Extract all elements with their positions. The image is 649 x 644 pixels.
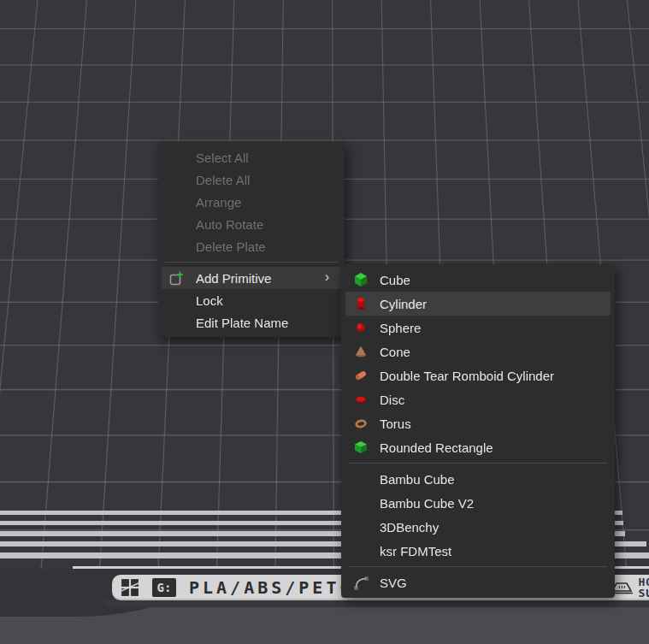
- double-tear-romboid-cylinder-icon: [352, 367, 369, 384]
- menu-separator: [165, 262, 338, 263]
- submenu-item-cube[interactable]: Cube: [341, 268, 615, 292]
- viewport-3d[interactable]: G: PLA/ABS/PETG HOT SU Select All Delete…: [0, 0, 649, 644]
- menu-item-delete-plate[interactable]: Delete Plate: [158, 235, 345, 257]
- menu-item-lock[interactable]: Lock: [158, 289, 345, 311]
- submenu-separator: [349, 566, 607, 567]
- torus-icon: [352, 415, 369, 432]
- svg-text:G:: G:: [157, 581, 172, 594]
- svg-curve-icon: [352, 574, 369, 591]
- chevron-right-icon: ›: [325, 269, 329, 285]
- menu-item-delete-all[interactable]: Delete All: [158, 168, 345, 191]
- plate-badge-icon: G:: [151, 577, 177, 598]
- sphere-icon: [352, 319, 369, 336]
- submenu-item-double-tear-romboid-cylinder[interactable]: Double Tear Romboid Cylinder: [341, 363, 615, 387]
- plate-material-label: PLA/ABS/PETG: [189, 578, 354, 598]
- cylinder-icon: [352, 295, 369, 312]
- submenu-item-cone[interactable]: Cone: [341, 340, 615, 363]
- submenu-item-disc[interactable]: Disc: [341, 387, 615, 411]
- submenu-item-torus[interactable]: Torus: [341, 411, 615, 435]
- menu-item-arrange[interactable]: Arrange: [158, 191, 345, 213]
- label-strip-shadow: [104, 600, 649, 607]
- plate-logo-icon: [121, 578, 139, 597]
- submenu-item-bambu-cube-v2[interactable]: Bambu Cube V2: [341, 491, 615, 515]
- submenu-item-svg[interactable]: SVG: [341, 570, 615, 594]
- cone-icon: [352, 343, 369, 360]
- cube-icon: [352, 271, 369, 288]
- menu-item-add-primitive[interactable]: Add Primitive ›: [162, 267, 341, 289]
- rounded-rectangle-icon: [352, 439, 369, 456]
- submenu-item-cylinder[interactable]: Cylinder: [345, 292, 611, 316]
- submenu-item-sphere[interactable]: Sphere: [341, 316, 615, 340]
- plate-context-menu: Select All Delete All Arrange Auto Rotat…: [158, 142, 345, 337]
- submenu-item-rounded-rectangle[interactable]: Rounded Rectangle: [341, 435, 615, 459]
- submenu-item-bambu-cube[interactable]: Bambu Cube: [341, 467, 615, 491]
- add-primitive-submenu: Cube Cylinder Sphere: [341, 264, 615, 598]
- disc-icon: [352, 391, 369, 408]
- warning-text-line2: SU: [639, 588, 649, 599]
- submenu-separator: [349, 463, 607, 464]
- menu-item-edit-plate-name[interactable]: Edit Plate Name: [158, 311, 345, 334]
- submenu-item-ksr-fdmtest[interactable]: ksr FDMTest: [341, 539, 615, 563]
- menu-item-auto-rotate[interactable]: Auto Rotate: [158, 213, 345, 235]
- menu-item-select-all[interactable]: Select All: [158, 146, 345, 168]
- submenu-item-3dbenchy[interactable]: 3DBenchy: [341, 515, 615, 539]
- add-primitive-icon: [168, 269, 185, 287]
